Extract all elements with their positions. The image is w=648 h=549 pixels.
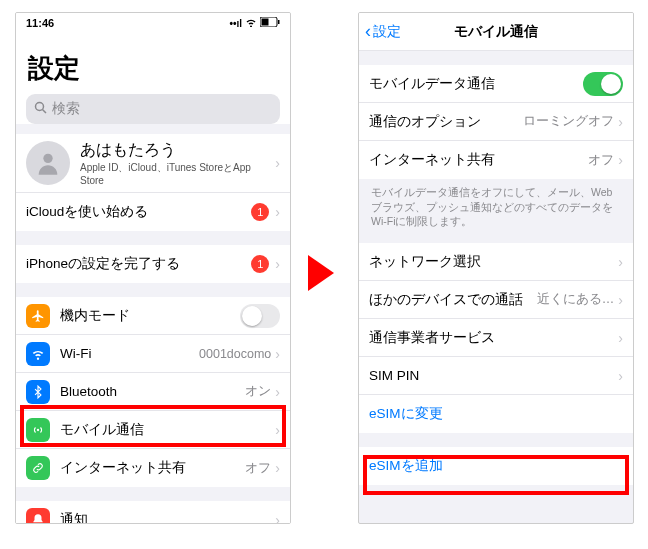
chevron-right-icon: › <box>275 422 280 438</box>
chevron-right-icon: › <box>275 512 280 524</box>
page-title: 設定 <box>16 33 290 94</box>
icloud-start-row[interactable]: iCloudを使い始める 1 › <box>16 193 290 231</box>
airplane-toggle[interactable] <box>240 304 280 328</box>
search-input[interactable]: 検索 <box>26 94 280 124</box>
wifi-icon <box>245 18 257 29</box>
wifi-row[interactable]: Wi-Fi 0001docomo › <box>16 335 290 373</box>
convert-esim-row[interactable]: eSIMに変更 <box>359 395 633 433</box>
nav-title: モバイル通信 <box>454 23 538 41</box>
mobile-data-row[interactable]: モバイルデータ通信 <box>359 65 633 103</box>
hotspot-row[interactable]: インターネット共有 オフ › <box>359 141 633 179</box>
chevron-right-icon: › <box>618 254 623 270</box>
back-button[interactable]: ‹ 設定 <box>365 21 401 42</box>
bell-icon <box>26 508 50 524</box>
airplane-mode-row[interactable]: 機内モード <box>16 297 290 335</box>
battery-icon <box>260 17 280 29</box>
carrier-services-row[interactable]: 通信事業者サービス › <box>359 319 633 357</box>
svg-rect-2 <box>278 20 280 24</box>
badge: 1 <box>251 255 269 273</box>
link-icon <box>26 456 50 480</box>
airplane-icon <box>26 304 50 328</box>
footnote: モバイルデータ通信をオフにして、メール、Webブラウズ、プッシュ通知などのすべて… <box>359 179 633 233</box>
chevron-right-icon: › <box>275 346 280 362</box>
chevron-right-icon: › <box>618 292 623 308</box>
apple-id-row[interactable]: あはもたろう Apple ID、iCloud、iTunes StoreとApp … <box>16 134 290 193</box>
hotspot-row[interactable]: インターネット共有 オフ › <box>16 449 290 487</box>
chevron-left-icon: ‹ <box>365 21 371 42</box>
chevron-right-icon: › <box>618 114 623 130</box>
search-placeholder: 検索 <box>52 100 80 118</box>
chevron-right-icon: › <box>275 384 280 400</box>
chevron-right-icon: › <box>275 204 280 220</box>
svg-rect-1 <box>262 19 269 26</box>
navbar: ‹ 設定 モバイル通信 <box>359 13 633 51</box>
search-icon <box>34 101 47 117</box>
chevron-right-icon: › <box>275 256 280 272</box>
finish-setup-row[interactable]: iPhoneの設定を完了する 1 › <box>16 245 290 283</box>
avatar <box>26 141 70 185</box>
chevron-right-icon: › <box>275 460 280 476</box>
chevron-right-icon: › <box>618 152 623 168</box>
status-bar: 11:46 ••ıl <box>16 13 290 33</box>
sim-pin-row[interactable]: SIM PIN › <box>359 357 633 395</box>
bluetooth-row[interactable]: Bluetooth オン › <box>16 373 290 411</box>
cellular-signal-icon: ••ıl <box>229 18 242 29</box>
notifications-row[interactable]: 通知 › <box>16 501 290 524</box>
profile-name: あはもたろう <box>80 140 275 161</box>
chevron-right-icon: › <box>618 368 623 384</box>
other-device-calls-row[interactable]: ほかのデバイスでの通話 近くにある… › <box>359 281 633 319</box>
badge: 1 <box>251 203 269 221</box>
status-time: 11:46 <box>26 17 54 29</box>
network-select-row[interactable]: ネットワーク選択 › <box>359 243 633 281</box>
mobile-data-toggle[interactable] <box>583 72 623 96</box>
settings-screen: 11:46 ••ıl 設定 検索 あはもたろう Apple <box>15 12 291 524</box>
cellular-row[interactable]: モバイル通信 › <box>16 411 290 449</box>
add-esim-row[interactable]: eSIMを追加 <box>359 447 633 485</box>
chevron-right-icon: › <box>618 330 623 346</box>
svg-point-6 <box>37 428 39 430</box>
profile-sub: Apple ID、iCloud、iTunes StoreとApp Store <box>80 161 275 186</box>
arrow-right-icon <box>308 255 334 291</box>
status-indicators: ••ıl <box>229 17 280 29</box>
antenna-icon <box>26 418 50 442</box>
cellular-screen: ‹ 設定 モバイル通信 モバイルデータ通信 通信のオプション ローミングオフ ›… <box>358 12 634 524</box>
bluetooth-icon <box>26 380 50 404</box>
options-row[interactable]: 通信のオプション ローミングオフ › <box>359 103 633 141</box>
chevron-right-icon: › <box>275 155 280 171</box>
svg-line-4 <box>43 110 47 114</box>
svg-point-3 <box>36 103 44 111</box>
wifi-icon <box>26 342 50 366</box>
svg-point-5 <box>43 154 52 163</box>
